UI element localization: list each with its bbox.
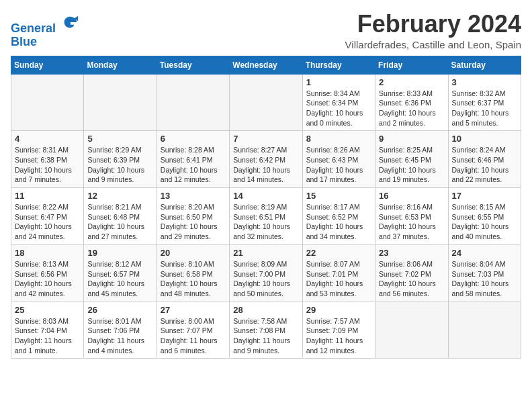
calendar-cell: [84, 74, 157, 131]
calendar-cell: 25Sunrise: 8:03 AM Sunset: 7:04 PM Dayli…: [11, 302, 84, 359]
calendar-cell: 20Sunrise: 8:10 AM Sunset: 6:58 PM Dayli…: [157, 244, 229, 302]
calendar-cell: 5Sunrise: 8:29 AM Sunset: 6:39 PM Daylig…: [84, 131, 157, 188]
day-number: 21: [233, 248, 298, 258]
calendar-cell: [448, 302, 521, 359]
calendar-cell: 26Sunrise: 8:01 AM Sunset: 7:06 PM Dayli…: [84, 302, 157, 359]
logo-text: General: [11, 13, 79, 36]
logo-blue: Blue: [11, 36, 79, 49]
day-number: 29: [306, 305, 371, 315]
day-info: Sunrise: 8:28 AM Sunset: 6:41 PM Dayligh…: [161, 145, 226, 185]
day-info: Sunrise: 8:09 AM Sunset: 7:00 PM Dayligh…: [233, 259, 298, 299]
month-title: February 2024: [345, 11, 521, 38]
day-info: Sunrise: 8:03 AM Sunset: 7:04 PM Dayligh…: [15, 316, 80, 356]
location-subtitle: Villardefrades, Castille and Leon, Spain: [345, 39, 521, 50]
calendar-week-3: 11Sunrise: 8:22 AM Sunset: 6:47 PM Dayli…: [11, 188, 521, 245]
day-number: 11: [15, 191, 80, 201]
calendar-cell: [157, 74, 229, 131]
day-number: 8: [306, 134, 371, 144]
day-number: 7: [233, 134, 298, 144]
day-info: Sunrise: 8:20 AM Sunset: 6:50 PM Dayligh…: [161, 202, 226, 242]
calendar-cell: 2Sunrise: 8:33 AM Sunset: 6:36 PM Daylig…: [375, 74, 448, 131]
day-info: Sunrise: 8:26 AM Sunset: 6:43 PM Dayligh…: [306, 145, 371, 185]
day-number: 10: [452, 134, 517, 144]
day-number: 5: [87, 134, 152, 144]
day-number: 4: [15, 134, 80, 144]
day-number: 2: [379, 77, 444, 87]
logo-icon: [60, 13, 79, 32]
day-number: 28: [233, 305, 298, 315]
day-info: Sunrise: 8:01 AM Sunset: 7:06 PM Dayligh…: [87, 316, 152, 356]
day-info: Sunrise: 8:19 AM Sunset: 6:51 PM Dayligh…: [233, 202, 298, 242]
day-number: 1: [306, 77, 371, 87]
day-info: Sunrise: 8:13 AM Sunset: 6:56 PM Dayligh…: [15, 259, 80, 299]
day-info: Sunrise: 8:25 AM Sunset: 6:45 PM Dayligh…: [379, 145, 444, 185]
day-number: 19: [87, 248, 152, 258]
calendar-cell: 13Sunrise: 8:20 AM Sunset: 6:50 PM Dayli…: [157, 188, 229, 245]
weekday-header-tuesday: Tuesday: [157, 56, 229, 74]
day-info: Sunrise: 8:33 AM Sunset: 6:36 PM Dayligh…: [379, 89, 444, 128]
day-number: 6: [161, 134, 226, 144]
day-number: 26: [87, 305, 152, 315]
calendar-cell: [230, 74, 302, 131]
day-info: Sunrise: 7:57 AM Sunset: 7:09 PM Dayligh…: [306, 316, 371, 356]
calendar-cell: 22Sunrise: 8:07 AM Sunset: 7:01 PM Dayli…: [302, 244, 375, 302]
calendar-cell: 10Sunrise: 8:24 AM Sunset: 6:46 PM Dayli…: [448, 131, 521, 188]
day-number: 22: [306, 248, 371, 258]
calendar-cell: 16Sunrise: 8:16 AM Sunset: 6:53 PM Dayli…: [375, 188, 448, 245]
day-info: Sunrise: 8:00 AM Sunset: 7:07 PM Dayligh…: [161, 316, 226, 356]
calendar-cell: 23Sunrise: 8:06 AM Sunset: 7:02 PM Dayli…: [375, 244, 448, 302]
calendar-cell: 12Sunrise: 8:21 AM Sunset: 6:48 PM Dayli…: [84, 188, 157, 245]
calendar-cell: 24Sunrise: 8:04 AM Sunset: 7:03 PM Dayli…: [448, 244, 521, 302]
calendar-cell: [11, 74, 84, 131]
day-number: 15: [306, 191, 371, 201]
day-info: Sunrise: 8:34 AM Sunset: 6:34 PM Dayligh…: [306, 89, 371, 128]
calendar-cell: 27Sunrise: 8:00 AM Sunset: 7:07 PM Dayli…: [157, 302, 229, 359]
weekday-header-wednesday: Wednesday: [230, 56, 302, 74]
calendar-cell: 21Sunrise: 8:09 AM Sunset: 7:00 PM Dayli…: [230, 244, 302, 302]
day-info: Sunrise: 8:07 AM Sunset: 7:01 PM Dayligh…: [306, 259, 371, 299]
day-number: 14: [233, 191, 298, 201]
weekday-header-monday: Monday: [84, 56, 157, 74]
day-number: 25: [15, 305, 80, 315]
calendar-week-5: 25Sunrise: 8:03 AM Sunset: 7:04 PM Dayli…: [11, 302, 521, 359]
day-info: Sunrise: 7:58 AM Sunset: 7:08 PM Dayligh…: [233, 316, 298, 356]
weekday-header-sunday: Sunday: [11, 56, 84, 74]
calendar-week-1: 1Sunrise: 8:34 AM Sunset: 6:34 PM Daylig…: [11, 74, 521, 131]
day-info: Sunrise: 8:27 AM Sunset: 6:42 PM Dayligh…: [233, 145, 298, 185]
day-number: 17: [452, 191, 517, 201]
day-info: Sunrise: 8:15 AM Sunset: 6:55 PM Dayligh…: [452, 202, 517, 242]
calendar-table: SundayMondayTuesdayWednesdayThursdayFrid…: [11, 56, 521, 359]
calendar-cell: 4Sunrise: 8:31 AM Sunset: 6:38 PM Daylig…: [11, 131, 84, 188]
day-number: 16: [379, 191, 444, 201]
day-info: Sunrise: 8:29 AM Sunset: 6:39 PM Dayligh…: [87, 145, 152, 185]
day-info: Sunrise: 8:22 AM Sunset: 6:47 PM Dayligh…: [15, 202, 80, 242]
calendar-cell: 17Sunrise: 8:15 AM Sunset: 6:55 PM Dayli…: [448, 188, 521, 245]
calendar-cell: 3Sunrise: 8:32 AM Sunset: 6:37 PM Daylig…: [448, 74, 521, 131]
calendar-cell: 9Sunrise: 8:25 AM Sunset: 6:45 PM Daylig…: [375, 131, 448, 188]
day-number: 12: [87, 191, 152, 201]
day-info: Sunrise: 8:10 AM Sunset: 6:58 PM Dayligh…: [161, 259, 226, 299]
calendar-body: 1Sunrise: 8:34 AM Sunset: 6:34 PM Daylig…: [11, 74, 521, 359]
day-info: Sunrise: 8:32 AM Sunset: 6:37 PM Dayligh…: [452, 89, 517, 128]
day-number: 23: [379, 248, 444, 258]
day-info: Sunrise: 8:04 AM Sunset: 7:03 PM Dayligh…: [452, 259, 517, 299]
day-number: 13: [161, 191, 226, 201]
calendar-cell: 7Sunrise: 8:27 AM Sunset: 6:42 PM Daylig…: [230, 131, 302, 188]
weekday-header-friday: Friday: [375, 56, 448, 74]
day-info: Sunrise: 8:21 AM Sunset: 6:48 PM Dayligh…: [87, 202, 152, 242]
weekday-header-thursday: Thursday: [302, 56, 375, 74]
calendar-week-2: 4Sunrise: 8:31 AM Sunset: 6:38 PM Daylig…: [11, 131, 521, 188]
page-header: General Blue February 2024 Villardefrade…: [11, 11, 521, 50]
day-number: 3: [452, 77, 517, 87]
calendar-cell: 1Sunrise: 8:34 AM Sunset: 6:34 PM Daylig…: [302, 74, 375, 131]
calendar-cell: 28Sunrise: 7:58 AM Sunset: 7:08 PM Dayli…: [230, 302, 302, 359]
day-info: Sunrise: 8:24 AM Sunset: 6:46 PM Dayligh…: [452, 145, 517, 185]
day-info: Sunrise: 8:31 AM Sunset: 6:38 PM Dayligh…: [15, 145, 80, 185]
calendar-cell: 8Sunrise: 8:26 AM Sunset: 6:43 PM Daylig…: [302, 131, 375, 188]
day-info: Sunrise: 8:12 AM Sunset: 6:57 PM Dayligh…: [87, 259, 152, 299]
day-number: 24: [452, 248, 517, 258]
logo-general: General: [11, 21, 56, 35]
calendar-cell: 19Sunrise: 8:12 AM Sunset: 6:57 PM Dayli…: [84, 244, 157, 302]
calendar-cell: 18Sunrise: 8:13 AM Sunset: 6:56 PM Dayli…: [11, 244, 84, 302]
title-block: February 2024 Villardefrades, Castille a…: [345, 11, 521, 50]
